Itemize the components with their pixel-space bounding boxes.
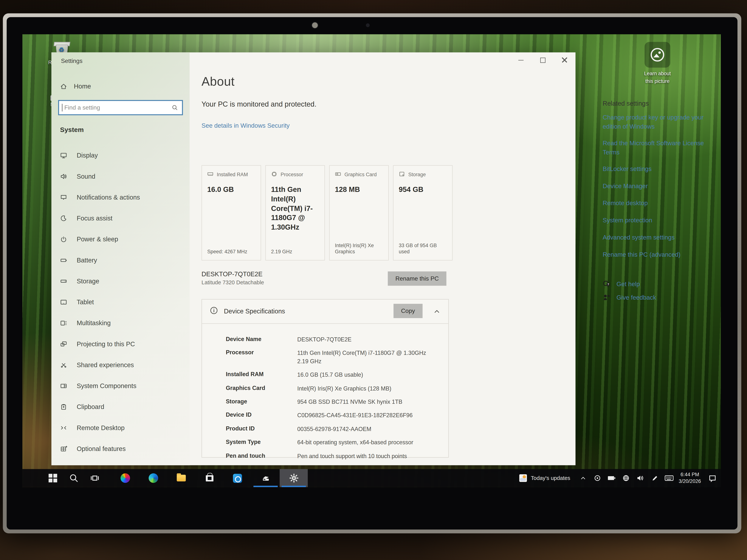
volume-status[interactable] (633, 474, 647, 482)
tray-overflow-chevron[interactable] (576, 475, 590, 481)
get-help-link[interactable]: ? Get help (603, 280, 640, 288)
link-change-product-key[interactable]: Change product key or upgrade your editi… (603, 113, 707, 131)
link-device-manager[interactable]: Device Manager (603, 182, 707, 191)
minimize-icon (518, 60, 523, 60)
network-globe-icon (622, 474, 630, 482)
taskbar-scanner-app[interactable] (252, 469, 280, 487)
battery-status[interactable] (604, 475, 619, 481)
title-bar[interactable]: Settings (52, 52, 575, 69)
device-specifications-panel: Device Specifications Copy Device NameDE… (202, 299, 449, 457)
link-license-terms[interactable]: Read the Microsoft Software License Term… (603, 139, 707, 157)
windows-security-link[interactable]: See details in Windows Security (202, 122, 290, 129)
card-installed-ram: Installed RAM 16.0 GB Speed: 4267 MHz (202, 165, 261, 260)
sidebar-item-clipboard[interactable]: Clipboard (52, 396, 190, 417)
meet-now-icon (594, 474, 601, 482)
sidebar-item-label: Display (77, 152, 98, 159)
minimize-button[interactable] (510, 52, 532, 68)
touch-keyboard-button[interactable] (662, 475, 676, 481)
projecting-icon (60, 340, 67, 347)
taskbar-file-explorer[interactable] (167, 469, 195, 487)
card-graphics: Graphics Card 128 MB Intel(R) Iris(R) Xe… (329, 165, 389, 260)
sidebar-item-system-components[interactable]: System Components (52, 375, 190, 396)
link-remote-desktop[interactable]: Remote desktop (603, 199, 707, 208)
sidebar-item-home[interactable]: Home (60, 83, 91, 90)
sidebar-item-power-sleep[interactable]: Power & sleep (52, 229, 190, 249)
spec-value: 00355-62978-91742-AAOEM (297, 425, 442, 433)
news-and-interests[interactable]: Today's updates (514, 474, 576, 482)
spec-value: DESKTOP-7QT0E2E (297, 336, 442, 344)
multitasking-icon (60, 319, 67, 326)
link-bitlocker-settings[interactable]: BitLocker settings (603, 165, 707, 174)
card-title: Installed RAM (217, 171, 248, 177)
sidebar-item-label: Clipboard (77, 403, 104, 410)
learn-about-label-line2: this picture (631, 78, 684, 84)
sidebar-item-multitasking[interactable]: Multitasking (52, 312, 190, 333)
taskbar-search-button[interactable] (63, 469, 84, 487)
sidebar-item-optional-features[interactable]: Optional features (52, 438, 190, 459)
desktop-icon-learn-about-picture[interactable]: Learn about this picture (631, 42, 684, 84)
copy-button[interactable]: Copy (393, 304, 422, 318)
sidebar-item-sound[interactable]: Sound (52, 166, 190, 187)
search-box[interactable] (58, 100, 183, 115)
sidebar-item-tablet[interactable]: Tablet (52, 291, 190, 312)
spec-value: Intel(R) Iris(R) Xe Graphics (128 MB) (297, 384, 442, 393)
task-view-button[interactable] (84, 469, 105, 487)
edge-icon (149, 473, 158, 483)
link-advanced-system[interactable]: Advanced system settings (603, 233, 707, 242)
spec-label: Installed RAM (226, 371, 297, 379)
task-view-icon (90, 473, 100, 483)
sidebar-item-label: Sound (77, 173, 96, 180)
clock-time: 6:44 PM (676, 472, 704, 478)
taskbar-edge-app[interactable] (139, 469, 167, 487)
taskbar-office-app[interactable] (111, 469, 139, 487)
microsoft-store-icon (206, 475, 213, 481)
taskbar-settings-app[interactable] (280, 469, 308, 487)
sidebar-item-remote-desktop[interactable]: Remote Desktop (52, 417, 190, 438)
action-center-icon (708, 474, 716, 482)
spec-label: Pen and touch (226, 452, 297, 460)
spec-row: Storage954 GB SSD BC711 NVMe SK hynix 1T… (226, 398, 442, 406)
chevron-up-icon[interactable] (433, 308, 441, 315)
give-feedback-link[interactable]: Give feedback (603, 293, 656, 301)
spec-value: 954 GB SSD BC711 NVMe SK hynix 1TB (297, 398, 442, 406)
disk-icon (399, 171, 405, 177)
network-status[interactable] (619, 474, 633, 482)
action-center-button[interactable] (704, 474, 721, 482)
sidebar-item-storage[interactable]: Storage (52, 270, 190, 291)
sidebar-item-projecting[interactable]: Projecting to this PC (52, 334, 190, 354)
sidebar-item-label: Notifications & actions (77, 193, 140, 201)
taskbar-outlook-app[interactable] (223, 469, 252, 487)
news-label: Today's updates (531, 475, 570, 481)
spec-row: Graphics CardIntel(R) Iris(R) Xe Graphic… (226, 384, 442, 393)
card-footer: Speed: 4267 MHz (207, 249, 257, 256)
sidebar-item-shared-experiences[interactable]: Shared experiences (52, 354, 190, 375)
spec-panel-header[interactable]: Device Specifications Copy (202, 300, 448, 324)
tablet-icon (60, 298, 67, 305)
start-button[interactable] (43, 469, 63, 487)
sidebar-item-battery[interactable]: Battery (52, 249, 190, 270)
pen-status[interactable] (647, 475, 662, 482)
photo-stage: ♻ Recycle Bin ↖ Microsoft Edge Learn abo… (0, 0, 747, 560)
storage-icon (60, 277, 67, 285)
search-input[interactable] (62, 104, 172, 111)
taskbar-clock[interactable]: 6:44 PM 3/20/2026 (676, 472, 704, 485)
close-icon (562, 57, 568, 63)
link-system-protection[interactable]: System protection (603, 216, 707, 225)
keyboard-icon (664, 475, 673, 481)
meet-now-button[interactable] (590, 474, 605, 482)
sidebar-item-label: Shared experiences (77, 361, 134, 368)
maximize-button[interactable] (532, 52, 553, 68)
link-rename-pc-advanced[interactable]: Rename this PC (advanced) (603, 250, 707, 260)
taskbar-store-app[interactable] (195, 469, 224, 487)
sidebar-item-notifications[interactable]: Notifications & actions (52, 187, 190, 208)
close-button[interactable] (553, 52, 575, 68)
sidebar-item-focus-assist[interactable]: Focus assist (52, 208, 190, 229)
spec-value: 11th Gen Intel(R) Core(TM) i7-1180G7 @ 1… (297, 349, 442, 366)
sidebar-item-display[interactable]: Display (52, 145, 190, 166)
spec-label: Product ID (226, 425, 297, 433)
sound-icon (60, 173, 67, 180)
settings-window: Settings Home System (52, 52, 575, 465)
learn-about-label-line1: Learn about (631, 71, 684, 77)
sidebar-item-label: Tablet (77, 298, 94, 305)
rename-pc-button[interactable]: Rename this PC (388, 271, 446, 286)
